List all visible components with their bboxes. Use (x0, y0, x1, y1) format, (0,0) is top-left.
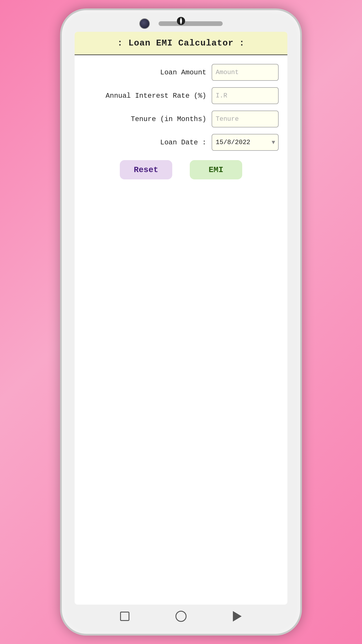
back-triangle-icon (233, 611, 242, 622)
logo-icon (177, 17, 185, 25)
form-area: Loan Amount Annual Interest Rate (%) Ten… (75, 55, 287, 188)
app-header: : Loan EMI Calculator : (75, 32, 287, 55)
home-circle-icon (175, 611, 187, 622)
nav-home-button[interactable] (175, 610, 187, 622)
loan-date-label: Loan Date : (125, 139, 206, 146)
interest-rate-row: Annual Interest Rate (%) (83, 87, 279, 104)
loan-amount-row: Loan Amount (83, 64, 279, 81)
phone-screen: : Loan EMI Calculator : Loan Amount Annu… (75, 32, 287, 605)
stop-icon (120, 612, 129, 621)
app-content: : Loan EMI Calculator : Loan Amount Annu… (75, 32, 287, 605)
interest-rate-label: Annual Interest Rate (%) (106, 92, 206, 100)
loan-date-select[interactable]: 15/8/2022 (212, 134, 279, 151)
speaker-icon (159, 21, 223, 26)
nav-square-button[interactable] (119, 610, 131, 622)
reset-button[interactable]: Reset (120, 160, 172, 179)
tenure-row: Tenure (in Months) (83, 111, 279, 127)
emi-button[interactable]: EMI (190, 160, 242, 179)
loan-amount-input[interactable] (212, 64, 279, 81)
loan-date-row: Loan Date : 15/8/2022 ▼ (83, 134, 279, 151)
camera-icon (139, 18, 150, 29)
interest-rate-input[interactable] (212, 87, 279, 104)
tenure-input[interactable] (212, 111, 279, 127)
nav-back-button[interactable] (231, 610, 243, 622)
phone-frame: : Loan EMI Calculator : Loan Amount Annu… (60, 8, 302, 636)
phone-bottom-bar (62, 605, 300, 634)
phone-top-bar (62, 10, 300, 32)
loan-amount-label: Loan Amount (125, 69, 206, 76)
app-title: : Loan EMI Calculator : (117, 38, 245, 48)
tenure-label: Tenure (in Months) (125, 115, 206, 123)
date-select-wrapper: 15/8/2022 ▼ (212, 134, 279, 151)
buttons-row: Reset EMI (83, 160, 279, 179)
